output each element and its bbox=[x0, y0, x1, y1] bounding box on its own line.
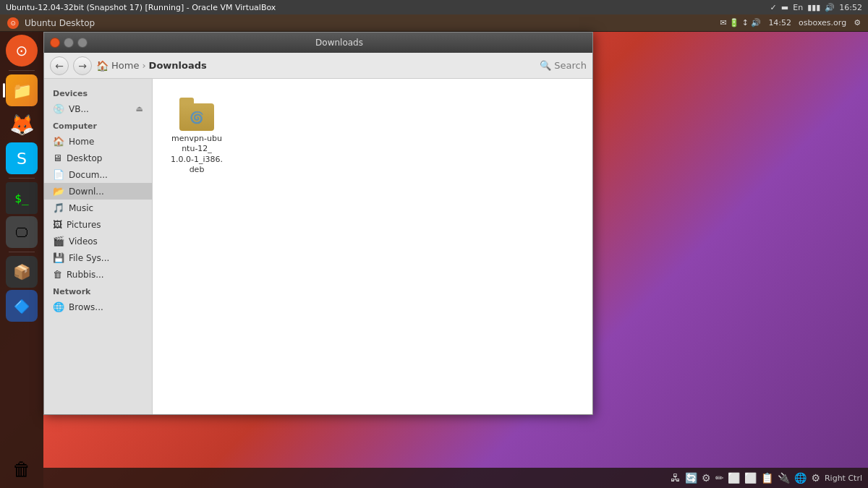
sidebar-item-documents[interactable]: 📄 Docum... bbox=[44, 166, 152, 183]
back-button[interactable]: ← bbox=[50, 56, 69, 75]
network-label: Network bbox=[44, 283, 152, 299]
taskbar-icon-2[interactable]: 🔄 bbox=[685, 472, 697, 484]
dock-item-misc[interactable]: 🔷 bbox=[6, 290, 38, 322]
system-bar: Ubuntu-12.04-32bit (Snapshot 17) [Runnin… bbox=[0, 0, 868, 14]
right-ctrl-label: Right Ctrl bbox=[825, 474, 862, 483]
content-area: Devices 💿 VB... ⏏ Computer 🏠 Home 🖥 Desk… bbox=[44, 79, 592, 414]
ubuntu-bar-right: ✉ 🔋 ↕ 🔊 14:52 osboxes.org ⚙ bbox=[720, 18, 861, 27]
sidebar-pictures-label: Pictures bbox=[67, 220, 101, 230]
maximize-button[interactable] bbox=[77, 38, 88, 48]
breadcrumb-home-label: Home bbox=[111, 60, 139, 71]
desktop-icon: 🖥 bbox=[53, 153, 62, 163]
taskbar-icon-3[interactable]: ⚙ bbox=[702, 472, 711, 484]
taskbar-icon-4[interactable]: ✏ bbox=[715, 472, 724, 484]
sidebar-browse-label: Brows... bbox=[69, 302, 103, 312]
sidebar-music-label: Music bbox=[69, 203, 93, 213]
search-label: Search bbox=[554, 60, 587, 71]
deb-emblem: 🌀 bbox=[190, 111, 204, 124]
dock-item-ubuntu[interactable]: ⊙ bbox=[6, 35, 38, 67]
sidebar-downloads-label: Downl... bbox=[69, 187, 104, 197]
sidebar-item-rubbish[interactable]: 🗑 Rubbis... bbox=[44, 266, 152, 283]
filesystem-icon: 💾 bbox=[53, 252, 64, 263]
dock-item-terminal[interactable]: $_ bbox=[6, 182, 38, 214]
breadcrumb-current: Downloads bbox=[149, 60, 207, 71]
taskbar-icon-5[interactable]: ⬜ bbox=[728, 472, 740, 484]
sys-battery-icon: ▮▮▮ bbox=[807, 3, 820, 12]
rubbish-icon: 🗑 bbox=[53, 269, 62, 280]
ubuntubar-user: osboxes.org bbox=[799, 18, 846, 27]
ubuntu-bar-left: ⊙ Ubuntu Desktop bbox=[7, 17, 95, 29]
taskbar-icon-6[interactable]: ⬜ bbox=[744, 472, 757, 484]
sys-power-icon: ▬ bbox=[781, 3, 788, 12]
sidebar-item-vb[interactable]: 💿 VB... ⏏ bbox=[44, 100, 152, 117]
sidebar-filesystem-label: File Sys... bbox=[69, 253, 109, 263]
ubuntubar-settings-icon[interactable]: ⚙ bbox=[854, 18, 861, 27]
home-icon: 🏠 bbox=[96, 60, 109, 72]
file-label-menvpn: menvpn-ubuntu-12_1.0.0-1_i386.deb bbox=[170, 134, 224, 175]
breadcrumb: 🏠 Home › Downloads bbox=[96, 60, 535, 72]
taskbar-icon-1[interactable]: 🖧 bbox=[671, 472, 681, 484]
sidebar-desktop-label: Desktop bbox=[67, 153, 103, 163]
sidebar-rubbish-label: Rubbis... bbox=[67, 270, 104, 280]
ubuntu-desktop-label: Ubuntu Desktop bbox=[25, 18, 95, 28]
devices-label: Devices bbox=[44, 85, 152, 100]
taskbar-icon-10[interactable]: ⚙ bbox=[811, 472, 820, 484]
sys-volume-icon: 🔊 bbox=[825, 3, 835, 12]
taskbar-icon-7[interactable]: 📋 bbox=[761, 472, 773, 484]
sidebar-item-browse[interactable]: 🌐 Brows... bbox=[44, 299, 152, 315]
file-icon-menvpn: 🌀 bbox=[179, 96, 214, 131]
eject-button[interactable]: ⏏ bbox=[136, 104, 143, 114]
breadcrumb-separator: › bbox=[142, 60, 145, 71]
taskbar-icon-9[interactable]: 🌐 bbox=[794, 472, 807, 484]
forward-button[interactable]: → bbox=[73, 56, 92, 75]
breadcrumb-home[interactable]: 🏠 Home bbox=[96, 60, 139, 72]
ubuntu-logo[interactable]: ⊙ bbox=[7, 17, 19, 29]
pictures-icon: 🖼 bbox=[53, 219, 62, 230]
browse-network-icon: 🌐 bbox=[53, 301, 64, 312]
search-box[interactable]: 🔍 Search bbox=[540, 60, 587, 71]
sidebar-item-downloads[interactable]: 📂 Downl... bbox=[44, 183, 152, 200]
window-title: Downloads bbox=[92, 38, 587, 48]
dock: ⊙ 📁 🦊 S $_ 🖵 📦 🔷 bbox=[0, 32, 43, 488]
downloads-icon: 📂 bbox=[53, 186, 64, 197]
minimize-button[interactable] bbox=[64, 38, 74, 48]
sidebar-home-label: Home bbox=[69, 137, 94, 147]
sidebar-item-music[interactable]: 🎵 Music bbox=[44, 200, 152, 216]
bottom-taskbar: 🖧 🔄 ⚙ ✏ ⬜ ⬜ 📋 🔌 🌐 ⚙ Right Ctrl bbox=[43, 468, 868, 488]
close-button[interactable] bbox=[50, 38, 60, 48]
ubuntubar-icons: ✉ 🔋 ↕ 🔊 bbox=[720, 18, 761, 27]
search-icon: 🔍 bbox=[540, 60, 551, 71]
taskbar-icon-8[interactable]: 🔌 bbox=[778, 472, 790, 484]
system-tray: ✓ ▬ En ▮▮▮ 🔊 16:52 bbox=[770, 3, 862, 12]
dock-item-files[interactable]: 📁 bbox=[6, 74, 38, 106]
sidebar-item-home[interactable]: 🏠 Home bbox=[44, 133, 152, 150]
sidebar-vb-label: VB... bbox=[69, 104, 89, 114]
sys-network-icon: ✓ bbox=[770, 3, 777, 12]
computer-label: Computer bbox=[44, 117, 152, 133]
list-item[interactable]: 🌀 menvpn-ubuntu-12_1.0.0-1_i386.deb bbox=[164, 90, 229, 181]
sidebar-item-filesystem[interactable]: 💾 File Sys... bbox=[44, 249, 152, 266]
vb-icon: 💿 bbox=[53, 103, 64, 114]
documents-icon: 📄 bbox=[53, 169, 64, 180]
toolbar: ← → 🏠 Home › Downloads 🔍 Search bbox=[44, 53, 592, 79]
dock-item-skype[interactable]: S bbox=[6, 142, 38, 174]
dock-item-firefox[interactable]: 🦊 bbox=[6, 108, 38, 140]
sidebar: Devices 💿 VB... ⏏ Computer 🏠 Home 🖥 Desk… bbox=[44, 79, 153, 414]
sidebar-item-videos[interactable]: 🎬 Videos bbox=[44, 233, 152, 249]
dock-item-virtualbox[interactable]: 📦 bbox=[6, 256, 38, 288]
system-title: Ubuntu-12.04-32bit (Snapshot 17) [Runnin… bbox=[6, 3, 276, 12]
files-area: 🌀 menvpn-ubuntu-12_1.0.0-1_i386.deb bbox=[153, 79, 592, 414]
videos-icon: 🎬 bbox=[53, 236, 64, 247]
titlebar-buttons bbox=[50, 38, 88, 48]
desktop-area: ⊙ 📁 🦊 S $_ 🖵 📦 🔷 bbox=[0, 32, 868, 488]
music-icon: 🎵 bbox=[53, 202, 64, 213]
dock-item-trash[interactable]: 🗑 bbox=[6, 453, 38, 485]
sys-time: 16:52 bbox=[839, 3, 862, 12]
sidebar-item-pictures[interactable]: 🖼 Pictures bbox=[44, 216, 152, 233]
sys-locale: En bbox=[793, 3, 803, 12]
sidebar-item-desktop[interactable]: 🖥 Desktop bbox=[44, 150, 152, 166]
ubuntu-bar: ⊙ Ubuntu Desktop ✉ 🔋 ↕ 🔊 14:52 osboxes.o… bbox=[0, 14, 868, 32]
titlebar: Downloads bbox=[44, 33, 592, 53]
dock-item-screen[interactable]: 🖵 bbox=[6, 216, 38, 248]
sidebar-documents-label: Docum... bbox=[69, 170, 108, 180]
